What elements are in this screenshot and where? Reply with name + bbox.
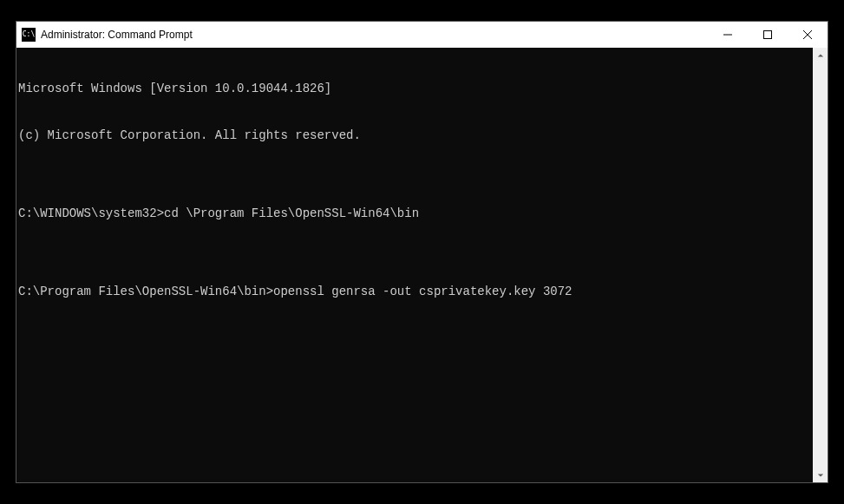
- window-titlebar[interactable]: C:\ Administrator: Command Prompt: [16, 22, 828, 48]
- maximize-button[interactable]: [748, 22, 788, 48]
- chevron-up-icon: [817, 52, 824, 59]
- terminal-line: Microsoft Windows [Version 10.0.19044.18…: [18, 81, 813, 96]
- chevron-down-icon: [817, 472, 824, 479]
- scroll-track[interactable]: [813, 62, 828, 468]
- terminal-line: (c) Microsoft Corporation. All rights re…: [18, 128, 813, 143]
- svg-rect-1: [764, 31, 772, 39]
- command-prompt-window: C:\ Administrator: Command Prompt Micros…: [16, 21, 828, 483]
- minimize-button[interactable]: [708, 22, 748, 48]
- window-title: Administrator: Command Prompt: [41, 29, 708, 41]
- cmd-icon: C:\: [22, 28, 36, 42]
- close-button[interactable]: [788, 22, 828, 48]
- terminal-line: C:\Program Files\OpenSSL-Win64\bin>opens…: [18, 284, 813, 299]
- close-icon: [803, 30, 812, 39]
- terminal-output[interactable]: Microsoft Windows [Version 10.0.19044.18…: [16, 48, 813, 482]
- vertical-scrollbar[interactable]: [813, 48, 828, 482]
- scroll-up-button[interactable]: [813, 48, 828, 62]
- window-controls: [708, 22, 828, 48]
- maximize-icon: [763, 30, 772, 39]
- terminal-line: C:\WINDOWS\system32>cd \Program Files\Op…: [18, 206, 813, 221]
- scroll-down-button[interactable]: [813, 468, 828, 482]
- minimize-icon: [723, 30, 732, 39]
- client-area: Microsoft Windows [Version 10.0.19044.18…: [16, 48, 828, 482]
